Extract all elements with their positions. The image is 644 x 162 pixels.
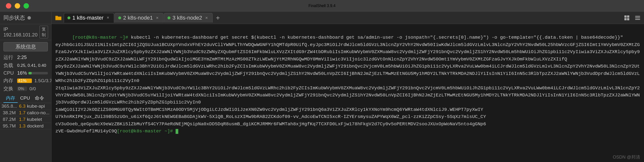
tab-k8s-node1[interactable]: 2 k8s-node1 × xyxy=(114,13,163,22)
mem-row: 内存 41% 1.5G/3.7G xyxy=(0,77,51,85)
terminal-output-line-6: cV3uOoeb_qeGpuNcX9eWzZBKi5lZbMuYfS4CY7PA… xyxy=(56,121,486,127)
main-layout: 同步状态 IP 192.168.101.20 复制 系统信息 运行 2:25 负… xyxy=(0,12,644,162)
terminal-cursor xyxy=(176,129,178,134)
tab-dot-2 xyxy=(168,16,170,19)
tab-bar: 1 k8s-master × 2 k8s-node1 × 3 k8s-node2… xyxy=(52,12,644,24)
svg-rect-6 xyxy=(635,19,640,20)
svg-rect-0 xyxy=(624,15,626,18)
terminal-prompt-2: [root@k8s-master ~]# xyxy=(117,129,173,134)
svg-rect-2 xyxy=(624,18,626,20)
tab-dot-1 xyxy=(118,16,121,19)
grid-view-button[interactable] xyxy=(622,13,631,22)
tab-label-1: 2 k8s-node1 xyxy=(123,15,153,21)
mem-percent: 41% xyxy=(18,78,26,83)
app-title: FinalShell 3.9.4 xyxy=(308,4,336,8)
swap-bar: 0% xyxy=(17,87,27,91)
process-tab-bar: 内存 CPU 命令 xyxy=(0,93,51,103)
process-row: 365.8... 6.3 kube-api xyxy=(0,103,51,110)
terminal-output-line-2: pby9zZXJ2aWNlYWNjb3VudC9uYW1lc3BhY2UiOiJ… xyxy=(56,64,640,83)
minimize-button[interactable] xyxy=(15,3,20,8)
terminal-output-line-4: 1aWQiOiI2Y2JkODZiZS00MGU0TQyNWItOTBmMC1h… xyxy=(56,107,483,112)
ip-label: IP 192.168.101.20 xyxy=(4,26,38,38)
watermark: OSDN @邦清 xyxy=(613,154,640,160)
titlebar: FinalShell 3.9.4 xyxy=(0,0,644,12)
proc-mem-2: 87.2M xyxy=(2,117,17,122)
svg-rect-1 xyxy=(627,15,629,18)
sync-status-label: 同步状态 xyxy=(4,14,25,21)
new-tab-button[interactable]: + xyxy=(213,13,222,22)
process-row: 95.7M 1.3 dockerd xyxy=(0,123,51,130)
close-button[interactable] xyxy=(6,3,11,8)
proc-name-1: calico-no... xyxy=(27,110,50,116)
swap-percent: 0% xyxy=(18,86,24,91)
swap-label: 交换 xyxy=(4,85,16,92)
proc-name-0: kube-api xyxy=(27,104,50,109)
terminal-command: kubectl -n kubernetes-dashboard get secr… xyxy=(128,35,623,40)
sidebar: 同步状态 IP 192.168.101.20 复制 系统信息 运行 2:25 负… xyxy=(0,12,52,162)
tab-close-2[interactable]: × xyxy=(204,15,209,20)
proc-mem-3: 95.7M xyxy=(2,123,17,129)
list-view-button[interactable] xyxy=(633,13,642,22)
process-row: 87.2M 1.7 kubelet xyxy=(0,116,51,123)
load-label: 负载 xyxy=(4,62,16,69)
sys-info-button[interactable]: 系统信息 xyxy=(4,42,48,51)
right-panel: 1 k8s-master × 2 k8s-node1 × 3 k8s-node2… xyxy=(52,12,644,162)
proc-name-2: kubelet xyxy=(27,117,50,122)
terminal-output-line-3: 2tqIiwia3ViZXJuZXRlcy5pby9zZXJ2aWNlYWNjb… xyxy=(56,85,640,105)
tab-memory[interactable]: 内存 xyxy=(4,94,18,103)
proc-mem-1: 38.2M xyxy=(2,110,17,116)
cpu-bar-fill xyxy=(28,72,32,74)
tab-cpu[interactable]: CPU xyxy=(18,94,32,102)
tab-close-0[interactable]: × xyxy=(106,15,110,20)
process-list: 365.8... 6.3 kube-api 38.2M 1.7 calico-n… xyxy=(0,103,51,162)
load-row: 负载 0.25, 0.41, 0.40 xyxy=(0,61,51,69)
proc-cpu-2: 1.7 xyxy=(17,117,27,122)
proc-cpu-0: 6.3 xyxy=(17,104,27,109)
swap-row: 交换 0% 0/0 xyxy=(0,85,51,93)
running-row: 运行 2:25 xyxy=(0,53,51,61)
terminal-output[interactable]: [root@k8s-master ~]# kubectl -n kubernet… xyxy=(52,24,644,162)
terminal-output-line-7: zVE-GwbdHuFeflMU14yC9Q xyxy=(56,129,117,134)
proc-name-3: dockerd xyxy=(27,123,50,129)
svg-rect-4 xyxy=(635,16,640,17)
tab-k8s-master[interactable]: 1 k8s-master × xyxy=(64,13,114,23)
ip-row: IP 192.168.101.20 复制 xyxy=(0,24,51,40)
process-row: 38.2M 1.7 calico-no... xyxy=(0,110,51,116)
terminal-prompt: [root@k8s-master ~]# xyxy=(72,35,128,40)
mem-bar: 41% xyxy=(17,79,32,83)
tab-label-0: 1 k8s-master xyxy=(72,15,104,21)
tab-k8s-node2[interactable]: 3 k8s-node2 × xyxy=(164,13,212,22)
tab-dot-0 xyxy=(68,16,70,19)
cpu-bar-background xyxy=(28,72,48,74)
proc-cpu-3: 1.3 xyxy=(17,123,27,129)
mem-label: 内存 xyxy=(4,77,16,84)
tab-command[interactable]: 命令 xyxy=(32,94,46,103)
swap-size: 0/0 xyxy=(30,86,36,92)
svg-rect-3 xyxy=(627,18,629,20)
load-value: 0.25, 0.41, 0.40 xyxy=(17,63,46,68)
folder-icon[interactable] xyxy=(54,13,63,23)
window-controls xyxy=(6,3,29,8)
tab-label-2: 3 k8s-node2 xyxy=(172,15,202,21)
cpu-row: CPU 16% xyxy=(0,69,51,77)
maximize-button[interactable] xyxy=(24,3,29,8)
terminal-output-line-5: U7khnRKIPKjux_ZUl39B55zUOn_u6iXf6QzJ6tkN… xyxy=(56,114,486,119)
running-value: 2:25 xyxy=(17,55,27,60)
tab-right-icons xyxy=(622,13,642,22)
proc-mem-0: 365.8... xyxy=(2,104,17,109)
svg-rect-5 xyxy=(635,17,640,18)
cpu-label: CPU xyxy=(4,70,16,76)
cpu-value: 16% xyxy=(17,70,27,76)
sync-status-row: 同步状态 xyxy=(0,12,51,24)
tab-close-1[interactable]: × xyxy=(155,15,160,20)
sync-dot xyxy=(28,16,31,19)
running-label: 运行 xyxy=(4,54,16,61)
proc-cpu-1: 1.7 xyxy=(17,110,27,116)
copy-ip-button[interactable]: 复制 xyxy=(40,26,48,38)
terminal-output-line-1: eyJhbGciOiJSUzI1NiIsImtpZCI6IjZQSUJua1BC… xyxy=(56,42,640,62)
